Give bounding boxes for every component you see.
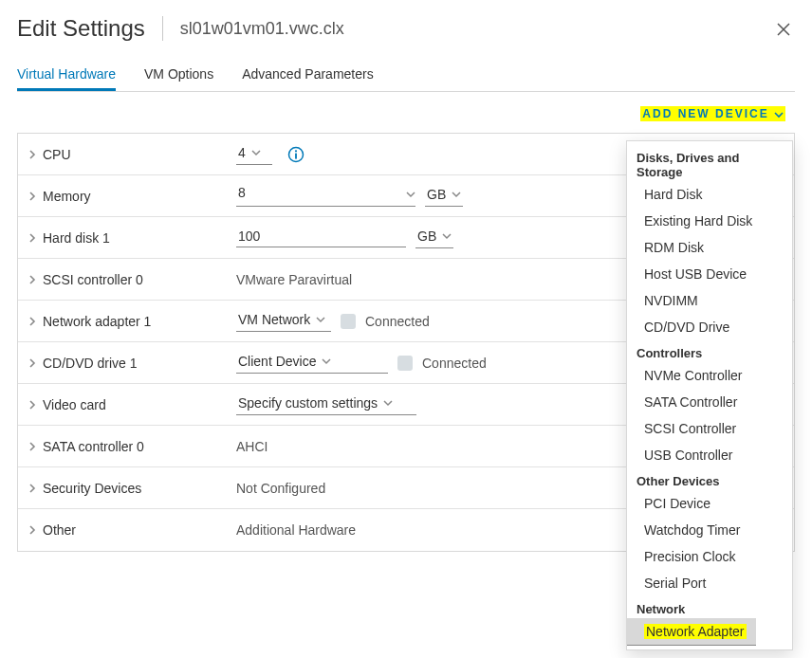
video-label: Video card — [43, 397, 106, 412]
menu-item-host-usb-device[interactable]: Host USB Device — [627, 261, 792, 287]
chevron-down-icon — [383, 398, 393, 408]
cddvd1-connected-label: Connected — [422, 356, 487, 371]
net1-network-select[interactable]: VM Network — [236, 311, 331, 332]
chevron-down-icon — [406, 190, 415, 199]
chevron-right-icon — [28, 523, 37, 537]
chevron-down-icon — [452, 190, 461, 199]
menu-item-scsi-controller[interactable]: SCSI Controller — [627, 415, 792, 442]
menu-item-network-adapter[interactable]: Network Adapter — [627, 618, 756, 646]
other-label: Other — [43, 522, 76, 538]
add-new-device-label: ADD NEW DEVICE — [642, 107, 768, 120]
memory-unit-select[interactable]: GB — [425, 186, 463, 207]
close-icon[interactable] — [776, 21, 791, 40]
chevron-down-icon — [322, 356, 331, 366]
security-value: Not Configured — [236, 481, 325, 496]
menu-item-nvme-controller[interactable]: NVMe Controller — [627, 362, 792, 389]
net1-label: Network adapter 1 — [43, 314, 151, 329]
tab-advanced-parameters[interactable]: Advanced Parameters — [242, 59, 374, 91]
chevron-right-icon — [28, 398, 37, 411]
memory-label: Memory — [43, 189, 91, 204]
chevron-right-icon — [28, 231, 37, 245]
chevron-right-icon — [28, 482, 37, 495]
menu-item-usb-controller[interactable]: USB Controller — [627, 442, 792, 468]
chevron-down-icon — [774, 110, 784, 119]
dialog-header: Edit Settings sl01w01vm01.vwc.clx — [17, 15, 795, 42]
memory-size-value[interactable] — [236, 185, 406, 203]
divider — [162, 16, 163, 41]
chevron-down-icon — [442, 231, 452, 241]
video-settings-select[interactable]: Specify custom settings — [236, 394, 416, 415]
menu-item-rdm-disk[interactable]: RDM Disk — [627, 234, 792, 261]
menu-item-nvdimm[interactable]: NVDIMM — [627, 287, 792, 314]
menu-item-cddvd-drive[interactable]: CD/DVD Drive — [627, 314, 792, 340]
scsi0-label: SCSI controller 0 — [43, 272, 143, 287]
chevron-right-icon — [28, 356, 37, 370]
svg-rect-2 — [295, 153, 297, 158]
sata0-value: AHCI — [236, 439, 268, 454]
edit-settings-dialog: Edit Settings sl01w01vm01.vwc.clx Virtua… — [0, 0, 812, 658]
menu-cat-controllers: Controllers — [627, 340, 792, 362]
menu-item-sata-controller[interactable]: SATA Controller — [627, 389, 792, 415]
menu-item-watchdog-timer[interactable]: Watchdog Timer — [627, 517, 792, 543]
info-icon[interactable] — [287, 146, 304, 163]
net1-network-value: VM Network — [238, 312, 310, 327]
chevron-right-icon — [28, 148, 37, 161]
hd1-unit-select[interactable]: GB — [415, 228, 453, 248]
cddvd1-label: CD/DVD drive 1 — [43, 356, 138, 371]
toolbar: ADD NEW DEVICE — [17, 92, 795, 133]
menu-cat-disks: Disks, Drives and Storage — [627, 145, 792, 181]
cddvd1-connected-checkbox[interactable] — [397, 356, 413, 371]
memory-size-input[interactable] — [236, 185, 415, 207]
cddvd1-device-select[interactable]: Client Device — [236, 353, 388, 374]
add-new-device-button[interactable]: ADD NEW DEVICE — [640, 106, 785, 121]
svg-point-1 — [295, 150, 297, 152]
sata0-label: SATA controller 0 — [43, 439, 144, 454]
video-settings-value: Specify custom settings — [238, 395, 378, 411]
chevron-right-icon — [28, 273, 37, 286]
hd1-label: Hard disk 1 — [43, 230, 110, 246]
menu-cat-network: Network — [627, 596, 792, 618]
cpu-label: CPU — [43, 147, 71, 162]
net1-connected-checkbox[interactable] — [341, 314, 356, 329]
menu-item-pci-device[interactable]: PCI Device — [627, 490, 792, 517]
menu-item-hard-disk[interactable]: Hard Disk — [627, 181, 792, 208]
tab-bar: Virtual Hardware VM Options Advanced Par… — [17, 59, 795, 92]
chevron-right-icon — [28, 315, 37, 328]
cpu-count-value: 4 — [238, 145, 246, 160]
other-value: Additional Hardware — [236, 522, 356, 538]
hd1-unit-value: GB — [417, 228, 436, 244]
chevron-down-icon — [316, 315, 325, 324]
menu-cat-other: Other Devices — [627, 468, 792, 490]
net1-connected-label: Connected — [365, 314, 430, 329]
vm-name: sl01w01vm01.vwc.clx — [180, 19, 344, 39]
scsi0-value: VMware Paravirtual — [236, 272, 352, 287]
menu-item-precision-clock[interactable]: Precision Clock — [627, 543, 792, 570]
security-label: Security Devices — [43, 481, 141, 496]
add-device-menu: Disks, Drives and Storage Hard Disk Exis… — [626, 140, 793, 650]
chevron-down-icon — [251, 148, 261, 157]
chevron-right-icon — [28, 190, 37, 203]
menu-item-network-adapter-label: Network Adapter — [644, 624, 747, 639]
memory-unit-value: GB — [427, 187, 446, 202]
dialog-title: Edit Settings — [17, 15, 145, 42]
menu-item-serial-port[interactable]: Serial Port — [627, 570, 792, 596]
hd1-size-input[interactable] — [236, 228, 406, 247]
menu-item-existing-hard-disk[interactable]: Existing Hard Disk — [627, 208, 792, 234]
tab-virtual-hardware[interactable]: Virtual Hardware — [17, 59, 116, 91]
cpu-count-select[interactable]: 4 — [236, 144, 272, 165]
cddvd1-device-value: Client Device — [238, 354, 316, 369]
chevron-right-icon — [28, 440, 37, 453]
tab-vm-options[interactable]: VM Options — [144, 59, 213, 91]
